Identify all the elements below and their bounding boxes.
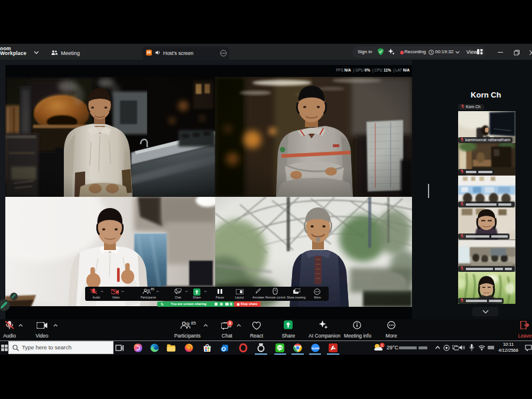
svg-text:zoom: zoom: [312, 346, 320, 350]
